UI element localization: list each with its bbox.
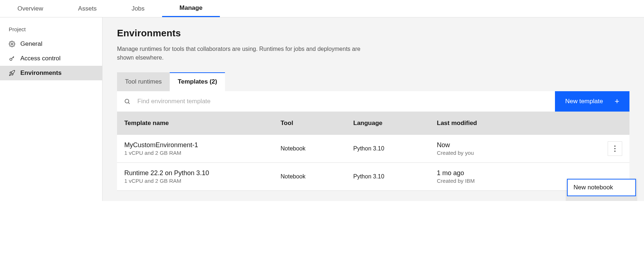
rocket-icon: [9, 70, 15, 76]
svg-point-5: [615, 148, 616, 149]
row-actions-button[interactable]: [608, 141, 622, 156]
search-icon: [117, 91, 137, 112]
col-head-tool: Tool: [281, 120, 353, 127]
sidebar-item-label: General: [20, 40, 42, 48]
col-head-language: Language: [353, 120, 437, 127]
menu-item-new-notebook[interactable]: New notebook: [567, 179, 636, 196]
kebab-icon: [614, 145, 616, 152]
tab-manage[interactable]: Manage: [162, 0, 220, 17]
template-language: Python 3.10: [353, 173, 437, 180]
key-icon: [9, 55, 15, 62]
col-head-modified: Last modified: [437, 120, 608, 127]
svg-point-2: [125, 99, 129, 103]
svg-point-0: [11, 43, 13, 45]
sidebar-item-access-control[interactable]: Access control: [0, 51, 102, 66]
plus-icon: +: [615, 97, 619, 106]
col-head-name: Template name: [117, 120, 281, 127]
template-language: Python 3.10: [353, 145, 437, 152]
main-content: Environments Manage runtimes for tools t…: [102, 17, 644, 201]
tab-assets[interactable]: Assets: [61, 0, 114, 17]
table-header: Template name Tool Language Last modifie…: [117, 112, 629, 135]
template-tool: Notebook: [281, 145, 353, 152]
template-name: Runtime 22.2 on Python 3.10: [124, 169, 281, 177]
gear-icon: [9, 41, 15, 47]
sidebar-item-general[interactable]: General: [0, 37, 102, 51]
menu-item-promote-to-space[interactable]: Promote to space: [567, 196, 636, 201]
sidebar: Project General Access control Environme…: [0, 17, 102, 201]
template-tool: Notebook: [281, 173, 353, 180]
env-tabs: Tool runtimes Templates (2): [117, 72, 629, 91]
sidebar-item-label: Environments: [20, 69, 61, 77]
table-row[interactable]: Runtime 22.2 on Python 3.10 1 vCPU and 2…: [117, 163, 629, 191]
template-modified: 1 mo ago: [437, 169, 608, 177]
svg-point-4: [615, 146, 616, 147]
tab-tool-runtimes[interactable]: Tool runtimes: [117, 72, 170, 91]
sidebar-item-environments[interactable]: Environments: [0, 66, 102, 80]
search-input[interactable]: [137, 91, 555, 112]
svg-point-1: [10, 58, 12, 60]
template-spec: 1 vCPU and 2 GB RAM: [124, 150, 281, 156]
template-name: MyCustomEnvironment-1: [124, 141, 281, 149]
template-modified: Now: [437, 141, 608, 149]
tab-jobs[interactable]: Jobs: [114, 0, 162, 17]
template-creator: Created by you: [437, 150, 608, 156]
context-menu: New notebook Promote to space Edit Delet…: [567, 179, 636, 201]
new-template-button[interactable]: New template +: [555, 91, 629, 112]
template-spec: 1 vCPU and 2 GB RAM: [124, 178, 281, 184]
sidebar-item-label: Access control: [20, 55, 61, 62]
svg-point-6: [615, 151, 616, 152]
search-bar: New template +: [117, 91, 629, 112]
new-template-label: New template: [565, 98, 603, 105]
sidebar-heading: Project: [0, 23, 102, 37]
page-subtitle: Manage runtimes for tools that collabora…: [117, 45, 371, 62]
tab-overview[interactable]: Overview: [0, 0, 61, 17]
table-row[interactable]: MyCustomEnvironment-1 1 vCPU and 2 GB RA…: [117, 135, 629, 163]
tab-templates[interactable]: Templates (2): [170, 72, 225, 91]
top-nav: Overview Assets Jobs Manage: [0, 0, 644, 17]
page-title: Environments: [117, 28, 629, 39]
svg-line-3: [128, 102, 129, 104]
